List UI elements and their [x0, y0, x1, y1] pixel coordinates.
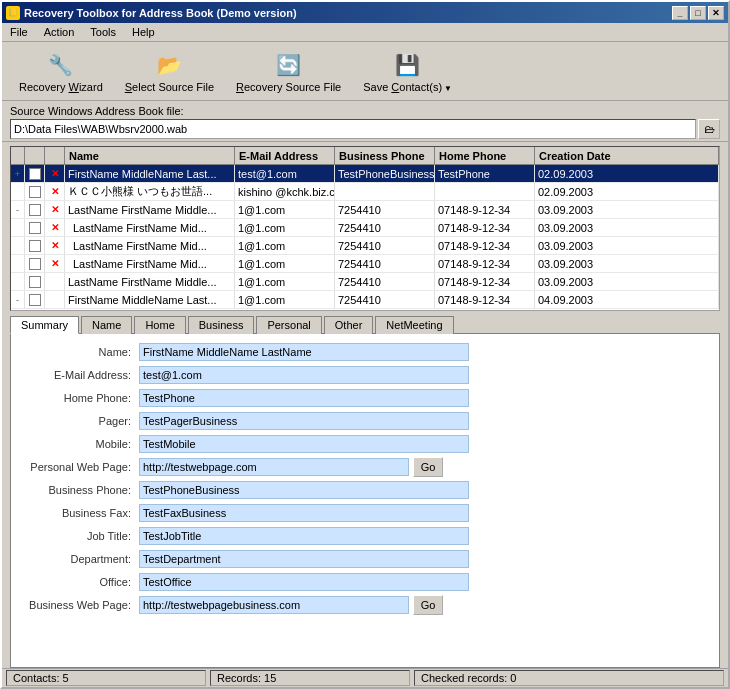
app-icon: 📒 [6, 6, 20, 20]
table-row[interactable]: ✕ LastName FirstName Mid... 1@1.com 7254… [11, 255, 719, 273]
minimize-button[interactable]: _ [672, 6, 688, 20]
cell-bphone-2: 7254410 [335, 201, 435, 218]
recovery-source-button[interactable]: 🔄 Recovery Source File [227, 46, 350, 96]
row-expand-6[interactable] [11, 273, 25, 290]
row-check-4[interactable] [25, 237, 45, 254]
tab-personal[interactable]: Personal [256, 316, 321, 334]
row-expand-0[interactable]: + [11, 165, 25, 182]
cell-date-1: 02.09.2003 [535, 183, 719, 200]
form-value-1: test@1.com [139, 366, 469, 384]
form-value-0: FirstName MiddleName LastName [139, 343, 469, 361]
row-expand-5[interactable] [11, 255, 25, 272]
form-row: Name: FirstName MiddleName LastName [19, 342, 711, 362]
row-check-2[interactable] [25, 201, 45, 218]
menu-action[interactable]: Action [40, 25, 79, 39]
cell-bphone-5: 7254410 [335, 255, 435, 272]
cell-name-6: LastName FirstName Middle... [65, 273, 235, 290]
form-label-7: Business Fax: [19, 507, 139, 519]
status-bar: Contacts: 5 Records: 15 Checked records:… [2, 668, 728, 687]
col-header-bphone[interactable]: Business Phone [335, 147, 435, 164]
title-bar: 📒 Recovery Toolbox for Address Book (Dem… [2, 2, 728, 23]
tab-business[interactable]: Business [188, 316, 255, 334]
row-expand-7[interactable]: - [11, 291, 25, 308]
form-value-10: TestOffice [139, 573, 469, 591]
form-value-row-5: http://testwebpage.com Go [139, 457, 443, 477]
row-expand-4[interactable] [11, 237, 25, 254]
source-file-input[interactable] [10, 119, 696, 139]
recovery-wizard-label: Recovery Wizard [19, 81, 103, 93]
tab-summary[interactable]: Summary [10, 316, 79, 334]
select-source-icon: 📂 [153, 49, 185, 81]
cell-email-1: kishino @kchk.biz.co... [235, 183, 335, 200]
table-row[interactable]: ✕ LastName FirstName Mid... 1@1.com 7254… [11, 219, 719, 237]
row-expand-3[interactable] [11, 219, 25, 236]
expand-col-header [11, 147, 25, 164]
col-header-email[interactable]: E-Mail Address [235, 147, 335, 164]
table-row[interactable]: ✕ LastName FirstName Mid... 1@1.com 7254… [11, 237, 719, 255]
table-row[interactable]: LastName FirstName Middle... 1@1.com 725… [11, 273, 719, 291]
tab-netmeeting[interactable]: NetMeeting [375, 316, 453, 334]
menu-help[interactable]: Help [128, 25, 159, 39]
row-check-6[interactable] [25, 273, 45, 290]
maximize-button[interactable]: □ [690, 6, 706, 20]
go-button-11[interactable]: Go [413, 595, 443, 615]
form-label-4: Mobile: [19, 438, 139, 450]
menu-file[interactable]: File [6, 25, 32, 39]
window-title: Recovery Toolbox for Address Book (Demo … [24, 7, 297, 19]
cell-name-0: FirstName MiddleName Last... [65, 165, 235, 182]
menu-tools[interactable]: Tools [86, 25, 120, 39]
row-expand-2[interactable]: - [11, 201, 25, 218]
tab-row: SummaryNameHomeBusinessPersonalOtherNetM… [10, 315, 720, 333]
form-value-7: TestFaxBusiness [139, 504, 469, 522]
row-check-0[interactable] [25, 165, 45, 182]
cell-hphone-5: 07148-9-12-34 [435, 255, 535, 272]
form-row: Office: TestOffice [19, 572, 711, 592]
row-check-5[interactable] [25, 255, 45, 272]
cell-email-5: 1@1.com [235, 255, 335, 272]
cell-name-3: LastName FirstName Mid... [65, 219, 235, 236]
tabs-area: SummaryNameHomeBusinessPersonalOtherNetM… [10, 315, 720, 667]
cell-date-3: 03.09.2003 [535, 219, 719, 236]
tab-home[interactable]: Home [134, 316, 185, 334]
form-label-2: Home Phone: [19, 392, 139, 404]
recovery-wizard-button[interactable]: 🔧 Recovery Wizard [10, 46, 112, 96]
col-header-date[interactable]: Creation Date [535, 147, 719, 164]
cell-bphone-1 [335, 183, 435, 200]
row-check-7[interactable] [25, 291, 45, 308]
tab-other[interactable]: Other [324, 316, 374, 334]
form-label-9: Department: [19, 553, 139, 565]
close-button[interactable]: ✕ [708, 6, 724, 20]
col-header-name[interactable]: Name [65, 147, 235, 164]
recovery-source-icon: 🔄 [273, 49, 305, 81]
tab-name[interactable]: Name [81, 316, 132, 334]
go-button-5[interactable]: Go [413, 457, 443, 477]
row-error-0: ✕ [45, 165, 65, 182]
select-source-button[interactable]: 📂 Select Source File [116, 46, 223, 96]
table-row[interactable]: - FirstName MiddleName Last... 1@1.com 7… [11, 291, 719, 309]
form-label-11: Business Web Page: [19, 599, 139, 611]
contact-table: Name E-Mail Address Business Phone Home … [10, 146, 720, 311]
row-check-3[interactable] [25, 219, 45, 236]
row-check-1[interactable] [25, 183, 45, 200]
form-value-5: http://testwebpage.com [139, 458, 409, 476]
cell-bphone-7: 7254410 [335, 291, 435, 308]
row-expand-1[interactable] [11, 183, 25, 200]
cell-email-6: 1@1.com [235, 273, 335, 290]
save-contacts-button[interactable]: 💾 Save Contact(s)▼ [354, 46, 461, 96]
cell-bphone-6: 7254410 [335, 273, 435, 290]
detail-form: Name: FirstName MiddleName LastName E-Ma… [19, 342, 711, 615]
cell-name-7: FirstName MiddleName Last... [65, 291, 235, 308]
cell-hphone-3: 07148-9-12-34 [435, 219, 535, 236]
col-header-hphone[interactable]: Home Phone [435, 147, 535, 164]
source-browse-button[interactable]: 🗁 [698, 119, 720, 139]
form-row: E-Mail Address: test@1.com [19, 365, 711, 385]
status-contacts: Contacts: 5 [6, 670, 206, 686]
row-error-1: ✕ [45, 183, 65, 200]
form-value-11: http://testwebpagebusiness.com [139, 596, 409, 614]
row-error-7 [45, 291, 65, 308]
table-row[interactable]: + ✕ FirstName MiddleName Last... test@1.… [11, 165, 719, 183]
table-row[interactable]: - ✕ LastName FirstName Middle... 1@1.com… [11, 201, 719, 219]
table-row[interactable]: ✕ ＫＣＣ小熊様 いつもお世語... kishino @kchk.biz.co.… [11, 183, 719, 201]
save-contacts-label: Save Contact(s)▼ [363, 81, 452, 93]
form-label-6: Business Phone: [19, 484, 139, 496]
